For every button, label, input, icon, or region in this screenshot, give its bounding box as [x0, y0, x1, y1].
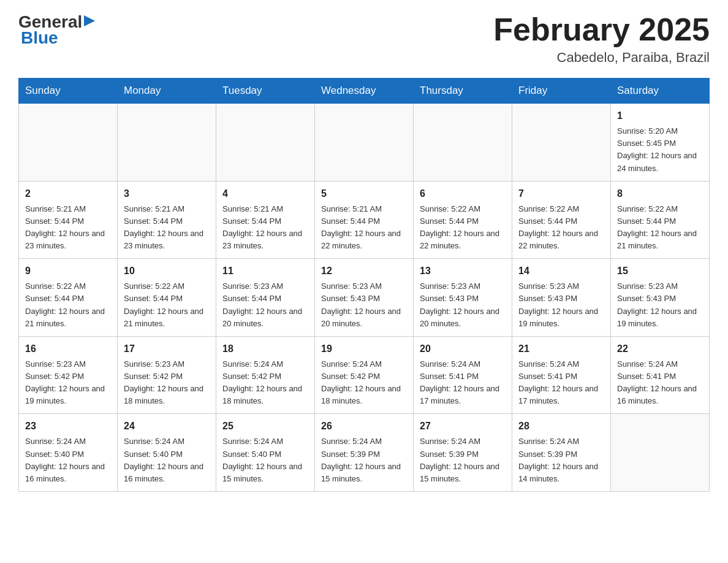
logo-arrow-icon — [83, 14, 96, 28]
day-info: Sunrise: 5:20 AM Sunset: 5:45 PM Dayligh… — [617, 125, 703, 175]
day-info: Sunrise: 5:21 AM Sunset: 5:44 PM Dayligh… — [222, 203, 308, 253]
day-info: Sunrise: 5:22 AM Sunset: 5:44 PM Dayligh… — [124, 280, 210, 330]
table-row: 6Sunrise: 5:22 AM Sunset: 5:44 PM Daylig… — [414, 181, 512, 259]
calendar-week-row: 1Sunrise: 5:20 AM Sunset: 5:45 PM Daylig… — [19, 104, 710, 182]
calendar-week-row: 16Sunrise: 5:23 AM Sunset: 5:42 PM Dayli… — [19, 336, 710, 414]
day-info: Sunrise: 5:21 AM Sunset: 5:44 PM Dayligh… — [124, 203, 210, 253]
day-number: 12 — [321, 264, 407, 278]
day-info: Sunrise: 5:23 AM Sunset: 5:44 PM Dayligh… — [222, 280, 308, 330]
col-thursday: Thursday — [414, 79, 512, 104]
col-saturday: Saturday — [611, 79, 710, 104]
table-row: 8Sunrise: 5:22 AM Sunset: 5:44 PM Daylig… — [611, 181, 710, 259]
day-info: Sunrise: 5:24 AM Sunset: 5:42 PM Dayligh… — [321, 358, 407, 408]
day-number: 20 — [420, 342, 506, 356]
table-row: 16Sunrise: 5:23 AM Sunset: 5:42 PM Dayli… — [19, 336, 118, 414]
month-title: February 2025 — [493, 12, 710, 47]
page-header: General Blue February 2025 Cabedelo, Par… — [18, 12, 710, 66]
day-number: 24 — [124, 419, 210, 434]
col-friday: Friday — [512, 79, 611, 104]
day-number: 14 — [518, 264, 604, 278]
table-row: 21Sunrise: 5:24 AM Sunset: 5:41 PM Dayli… — [512, 336, 611, 414]
table-row: 18Sunrise: 5:24 AM Sunset: 5:42 PM Dayli… — [216, 336, 315, 414]
table-row: 17Sunrise: 5:23 AM Sunset: 5:42 PM Dayli… — [118, 336, 216, 414]
table-row: 19Sunrise: 5:24 AM Sunset: 5:42 PM Dayli… — [315, 336, 414, 414]
day-info: Sunrise: 5:24 AM Sunset: 5:41 PM Dayligh… — [617, 358, 703, 408]
table-row: 28Sunrise: 5:24 AM Sunset: 5:39 PM Dayli… — [512, 414, 611, 492]
day-number: 23 — [25, 419, 111, 434]
table-row: 4Sunrise: 5:21 AM Sunset: 5:44 PM Daylig… — [216, 181, 315, 259]
table-row — [611, 414, 710, 492]
day-info: Sunrise: 5:23 AM Sunset: 5:43 PM Dayligh… — [420, 280, 506, 330]
svg-marker-0 — [84, 15, 95, 26]
table-row: 11Sunrise: 5:23 AM Sunset: 5:44 PM Dayli… — [216, 259, 315, 337]
table-row — [118, 104, 216, 182]
table-row — [414, 104, 512, 182]
day-number: 3 — [124, 186, 210, 201]
day-number: 18 — [222, 342, 308, 356]
table-row: 14Sunrise: 5:23 AM Sunset: 5:43 PM Dayli… — [512, 259, 611, 337]
day-number: 8 — [617, 186, 703, 201]
calendar-week-row: 9Sunrise: 5:22 AM Sunset: 5:44 PM Daylig… — [19, 259, 710, 337]
col-monday: Monday — [118, 79, 216, 104]
table-row: 27Sunrise: 5:24 AM Sunset: 5:39 PM Dayli… — [414, 414, 512, 492]
day-number: 11 — [222, 264, 308, 278]
table-row: 26Sunrise: 5:24 AM Sunset: 5:39 PM Dayli… — [315, 414, 414, 492]
table-row — [512, 104, 611, 182]
table-row: 25Sunrise: 5:24 AM Sunset: 5:40 PM Dayli… — [216, 414, 315, 492]
day-info: Sunrise: 5:24 AM Sunset: 5:39 PM Dayligh… — [321, 435, 407, 485]
table-row: 7Sunrise: 5:22 AM Sunset: 5:44 PM Daylig… — [512, 181, 611, 259]
logo-blue-text: Blue — [21, 28, 58, 48]
table-row: 24Sunrise: 5:24 AM Sunset: 5:40 PM Dayli… — [118, 414, 216, 492]
table-row: 20Sunrise: 5:24 AM Sunset: 5:41 PM Dayli… — [414, 336, 512, 414]
day-info: Sunrise: 5:24 AM Sunset: 5:39 PM Dayligh… — [420, 435, 506, 485]
day-info: Sunrise: 5:22 AM Sunset: 5:44 PM Dayligh… — [617, 203, 703, 253]
table-row: 23Sunrise: 5:24 AM Sunset: 5:40 PM Dayli… — [19, 414, 118, 492]
table-row — [19, 104, 118, 182]
day-info: Sunrise: 5:21 AM Sunset: 5:44 PM Dayligh… — [321, 203, 407, 253]
day-number: 1 — [617, 109, 703, 123]
calendar-table: Sunday Monday Tuesday Wednesday Thursday… — [18, 78, 710, 492]
day-info: Sunrise: 5:23 AM Sunset: 5:43 PM Dayligh… — [321, 280, 407, 330]
col-tuesday: Tuesday — [216, 79, 315, 104]
table-row: 15Sunrise: 5:23 AM Sunset: 5:43 PM Dayli… — [611, 259, 710, 337]
col-wednesday: Wednesday — [315, 79, 414, 104]
day-number: 6 — [420, 186, 506, 201]
day-number: 27 — [420, 419, 506, 434]
day-number: 5 — [321, 186, 407, 201]
day-number: 4 — [222, 186, 308, 201]
table-row: 9Sunrise: 5:22 AM Sunset: 5:44 PM Daylig… — [19, 259, 118, 337]
calendar-header-row: Sunday Monday Tuesday Wednesday Thursday… — [19, 79, 710, 104]
day-number: 21 — [518, 342, 604, 356]
calendar-week-row: 23Sunrise: 5:24 AM Sunset: 5:40 PM Dayli… — [19, 414, 710, 492]
table-row: 2Sunrise: 5:21 AM Sunset: 5:44 PM Daylig… — [19, 181, 118, 259]
day-number: 7 — [518, 186, 604, 201]
day-number: 16 — [25, 342, 111, 356]
day-info: Sunrise: 5:24 AM Sunset: 5:40 PM Dayligh… — [124, 435, 210, 485]
table-row: 5Sunrise: 5:21 AM Sunset: 5:44 PM Daylig… — [315, 181, 414, 259]
table-row — [216, 104, 315, 182]
table-row: 10Sunrise: 5:22 AM Sunset: 5:44 PM Dayli… — [118, 259, 216, 337]
calendar-week-row: 2Sunrise: 5:21 AM Sunset: 5:44 PM Daylig… — [19, 181, 710, 259]
day-info: Sunrise: 5:22 AM Sunset: 5:44 PM Dayligh… — [25, 280, 111, 330]
day-number: 9 — [25, 264, 111, 278]
day-info: Sunrise: 5:23 AM Sunset: 5:42 PM Dayligh… — [124, 358, 210, 408]
day-number: 13 — [420, 264, 506, 278]
day-info: Sunrise: 5:24 AM Sunset: 5:41 PM Dayligh… — [518, 358, 604, 408]
day-info: Sunrise: 5:22 AM Sunset: 5:44 PM Dayligh… — [420, 203, 506, 253]
day-number: 2 — [25, 186, 111, 201]
day-number: 10 — [124, 264, 210, 278]
col-sunday: Sunday — [19, 79, 118, 104]
day-info: Sunrise: 5:21 AM Sunset: 5:44 PM Dayligh… — [25, 203, 111, 253]
day-info: Sunrise: 5:24 AM Sunset: 5:39 PM Dayligh… — [518, 435, 604, 485]
day-info: Sunrise: 5:23 AM Sunset: 5:42 PM Dayligh… — [25, 358, 111, 408]
title-block: February 2025 Cabedelo, Paraiba, Brazil — [493, 12, 710, 66]
table-row: 12Sunrise: 5:23 AM Sunset: 5:43 PM Dayli… — [315, 259, 414, 337]
day-info: Sunrise: 5:24 AM Sunset: 5:42 PM Dayligh… — [222, 358, 308, 408]
day-info: Sunrise: 5:24 AM Sunset: 5:40 PM Dayligh… — [222, 435, 308, 485]
location-title: Cabedelo, Paraiba, Brazil — [493, 50, 710, 66]
day-info: Sunrise: 5:23 AM Sunset: 5:43 PM Dayligh… — [518, 280, 604, 330]
day-info: Sunrise: 5:23 AM Sunset: 5:43 PM Dayligh… — [617, 280, 703, 330]
table-row: 13Sunrise: 5:23 AM Sunset: 5:43 PM Dayli… — [414, 259, 512, 337]
day-number: 25 — [222, 419, 308, 434]
day-number: 26 — [321, 419, 407, 434]
